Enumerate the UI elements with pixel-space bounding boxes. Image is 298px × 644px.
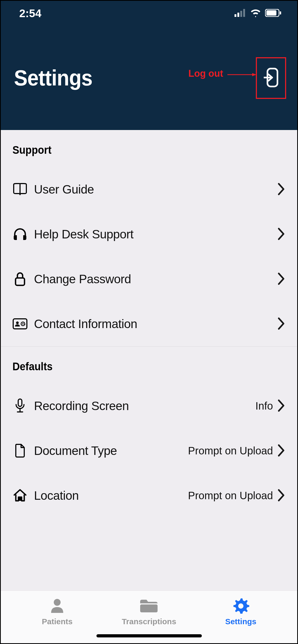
- status-indicators: [235, 9, 281, 18]
- svg-rect-3: [243, 9, 245, 17]
- person-icon: [47, 598, 67, 614]
- chevron-right-icon: [278, 228, 286, 241]
- item-document-type[interactable]: Document Type Prompt on Upload: [1, 428, 297, 473]
- svg-point-13: [16, 321, 19, 324]
- section-header-defaults: Defaults: [1, 347, 273, 383]
- tab-label: Transcriptions: [122, 617, 176, 626]
- battery-icon: [265, 9, 281, 18]
- settings-content: Support User Guide Help Desk Support: [1, 130, 297, 590]
- lock-icon: [12, 271, 28, 287]
- item-location[interactable]: Location Prompt on Upload: [1, 473, 297, 518]
- svg-rect-5: [266, 10, 276, 16]
- item-label: Recording Screen: [34, 399, 255, 413]
- section-header-support: Support: [1, 130, 273, 167]
- home-indicator[interactable]: [96, 634, 202, 637]
- item-recording-screen[interactable]: Recording Screen Info: [1, 383, 297, 428]
- svg-rect-6: [280, 11, 281, 15]
- tab-patients[interactable]: Patients: [11, 598, 103, 626]
- tab-transcriptions[interactable]: Transcriptions: [103, 598, 195, 626]
- chevron-right-icon: [278, 272, 286, 286]
- svg-rect-16: [18, 399, 22, 406]
- folder-icon: [139, 598, 159, 614]
- arrow-right-icon: [227, 68, 256, 79]
- chevron-right-icon: [278, 489, 286, 502]
- headphones-icon: [12, 227, 28, 242]
- svg-marker-8: [252, 73, 256, 76]
- svg-rect-2: [240, 11, 242, 17]
- document-icon: [12, 443, 28, 458]
- item-user-guide[interactable]: User Guide: [1, 167, 297, 212]
- logout-annotation-text: Log out: [188, 68, 223, 79]
- item-label: Help Desk Support: [34, 227, 278, 241]
- home-icon: [12, 488, 28, 503]
- svg-rect-19: [18, 497, 22, 501]
- chevron-right-icon: [278, 317, 286, 330]
- item-value: Info: [255, 400, 273, 412]
- contact-card-icon: [12, 316, 28, 331]
- page-title: Settings: [14, 65, 92, 91]
- status-time: 2:54: [19, 7, 41, 20]
- gear-icon: [231, 598, 251, 614]
- item-label: User Guide: [34, 182, 278, 196]
- chevron-right-icon: [278, 183, 286, 196]
- header: Settings Log out: [1, 26, 297, 130]
- svg-point-22: [238, 603, 243, 609]
- logout-annotation: Log out: [188, 68, 256, 79]
- wifi-icon: [250, 9, 261, 18]
- item-label: Change Password: [34, 272, 278, 286]
- item-value: Prompt on Upload: [188, 445, 273, 457]
- item-contact-info[interactable]: Contact Information: [1, 301, 297, 346]
- cellular-icon: [235, 9, 246, 18]
- svg-point-20: [54, 599, 61, 606]
- svg-rect-0: [235, 14, 236, 17]
- item-change-password[interactable]: Change Password: [1, 257, 297, 301]
- item-value: Prompt on Upload: [188, 490, 273, 502]
- svg-point-15: [22, 323, 24, 325]
- svg-rect-1: [237, 13, 239, 17]
- item-help-desk[interactable]: Help Desk Support: [1, 212, 297, 257]
- logout-button[interactable]: [256, 57, 286, 99]
- chevron-right-icon: [278, 399, 286, 412]
- chevron-right-icon: [278, 444, 286, 457]
- logout-icon: [264, 68, 279, 89]
- status-bar: 2:54: [1, 1, 297, 26]
- book-icon: [12, 182, 28, 197]
- tab-label: Patients: [42, 617, 73, 626]
- item-label: Document Type: [34, 444, 188, 458]
- tab-label: Settings: [225, 617, 256, 626]
- item-label: Contact Information: [34, 317, 278, 331]
- svg-rect-11: [16, 278, 25, 285]
- item-label: Location: [34, 488, 188, 503]
- svg-rect-21: [140, 604, 158, 612]
- tab-settings[interactable]: Settings: [195, 598, 287, 626]
- microphone-icon: [12, 398, 28, 414]
